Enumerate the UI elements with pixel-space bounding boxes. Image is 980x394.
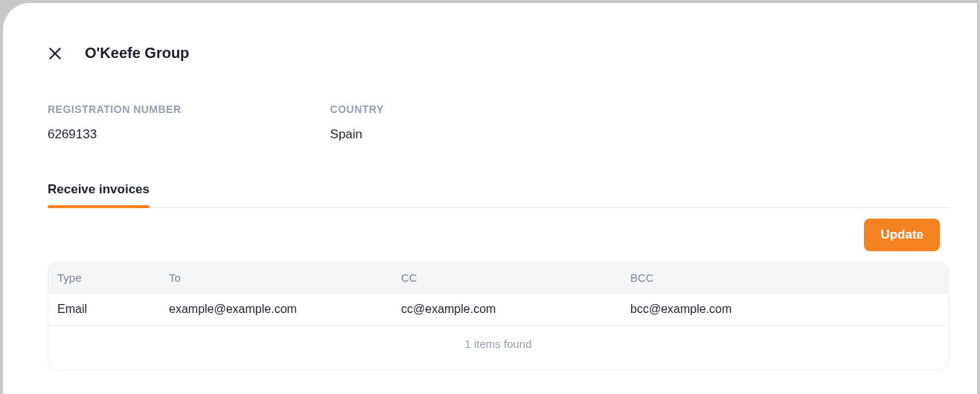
country-label: COUNTRY (330, 103, 384, 115)
page-title: O'Keefe Group (85, 45, 189, 62)
table-header-bcc: BCC (630, 271, 939, 284)
registration-number-block: REGISTRATION NUMBER 6269133 (48, 103, 182, 142)
registration-number-label: REGISTRATION NUMBER (48, 103, 182, 115)
table-header-row: Type To CC BCC (48, 262, 948, 294)
table-header-cc: CC (401, 271, 630, 284)
registration-number-value: 6269133 (48, 127, 182, 142)
update-button[interactable]: Update (864, 219, 940, 251)
details-section: REGISTRATION NUMBER 6269133 COUNTRY Spai… (48, 103, 949, 142)
table-row[interactable]: Email example@example.com cc@example.com… (48, 294, 948, 326)
modal-header: O'Keefe Group (48, 45, 949, 62)
cell-type: Email (57, 303, 169, 316)
table-header-type: Type (57, 271, 169, 284)
table-header-to: To (169, 271, 401, 284)
cell-cc: cc@example.com (401, 303, 630, 316)
invoices-table: Type To CC BCC Email example@example.com… (48, 262, 949, 370)
action-row: Update (48, 208, 949, 262)
tab-receive-invoices[interactable]: Receive invoices (48, 182, 150, 207)
country-value: Spain (330, 127, 384, 142)
cell-to: example@example.com (169, 303, 401, 316)
modal-panel: O'Keefe Group REGISTRATION NUMBER 626913… (3, 3, 977, 394)
cell-bcc: bcc@example.com (630, 303, 939, 316)
country-block: COUNTRY Spain (330, 103, 384, 142)
tabs: Receive invoices (48, 182, 949, 208)
table-footer: 1 items found (48, 326, 948, 369)
close-icon[interactable] (48, 46, 63, 61)
